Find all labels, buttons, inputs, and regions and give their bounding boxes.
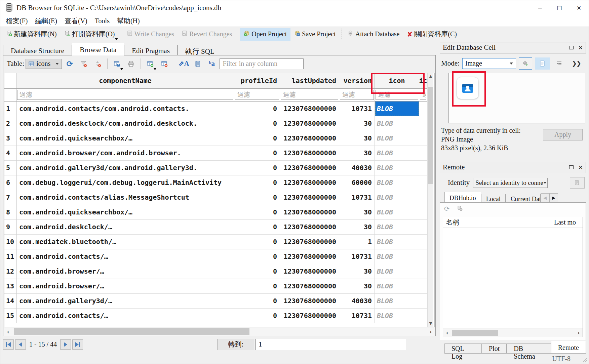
open-project-button[interactable]: Open Project: [240, 28, 290, 41]
text-mode-button[interactable]: [535, 57, 550, 70]
tab-execute-sql[interactable]: 執行 SQL: [178, 45, 222, 55]
clear-sort-button[interactable]: [91, 58, 104, 70]
remote-clone-icon[interactable]: [457, 205, 463, 212]
cell-next-partial[interactable]: [419, 146, 427, 161]
cell-componentName[interactable]: com.mediatek.bluetooth/…: [16, 235, 234, 249]
table-row[interactable]: 12 com.android.browser/… 0 1230768000000…: [4, 264, 427, 279]
scroll-right-icon[interactable]: ›: [575, 329, 583, 336]
scroll-down-icon[interactable]: ▼: [428, 321, 434, 327]
cell-next-partial[interactable]: [419, 220, 427, 235]
tab-sql-log[interactable]: SQL Log: [444, 343, 482, 354]
close-database-button[interactable]: ✘ 關閉資料庫(C): [403, 28, 460, 41]
col-header-version[interactable]: version: [339, 73, 375, 88]
tabs-scroll-left-button[interactable]: ◀: [541, 193, 549, 203]
cell-icon-blob[interactable]: BLOB: [375, 235, 419, 249]
cell-version[interactable]: 30: [339, 279, 375, 294]
filter-componentName[interactable]: 過濾: [17, 90, 233, 100]
tab-edit-pragmas[interactable]: Edit Pragmas: [124, 45, 178, 55]
horizontal-scrollbar[interactable]: ‹ ›: [4, 327, 435, 336]
cell-version[interactable]: 30: [339, 264, 375, 279]
cell-icon-blob[interactable]: BLOB: [375, 190, 419, 205]
float-panel-icon[interactable]: [569, 165, 574, 169]
cell-lastUpdated[interactable]: 1230768000000: [280, 146, 339, 161]
filter-version[interactable]: 過濾: [340, 90, 374, 100]
close-panel-icon[interactable]: ✕: [578, 44, 583, 51]
table-row[interactable]: 5 com.android.gallery3d/com.android.gall…: [4, 161, 427, 175]
cell-next-partial[interactable]: [419, 102, 427, 116]
cell-profileId[interactable]: 0: [234, 175, 280, 190]
cell-componentName[interactable]: com.android.deskclock/com.android.deskcl…: [16, 116, 234, 131]
float-panel-icon[interactable]: [569, 46, 574, 49]
filter-next[interactable]: 過濾: [420, 90, 426, 100]
cell-lastUpdated[interactable]: 1230768000000: [280, 249, 339, 264]
table-row[interactable]: 4 com.android.browser/com.android.browse…: [4, 146, 427, 161]
cell-profileId[interactable]: 0: [234, 309, 280, 323]
apply-button[interactable]: Apply: [543, 129, 583, 140]
identity-settings-button[interactable]: [570, 177, 585, 189]
cell-icon-blob[interactable]: BLOB: [375, 264, 419, 279]
open-database-button[interactable]: 打開資料庫(O): [61, 28, 119, 41]
cell-profileId[interactable]: 0: [234, 146, 280, 161]
clear-filters-button[interactable]: [77, 58, 90, 70]
cell-version[interactable]: 40030: [339, 161, 375, 175]
cell-next-partial[interactable]: [419, 175, 427, 190]
cell-componentName[interactable]: com.android.contacts/alias.MessageShortc…: [16, 190, 234, 205]
cell-componentName[interactable]: com.android.browser/…: [16, 279, 234, 294]
cell-profileId[interactable]: 0: [234, 102, 280, 116]
cell-next-partial[interactable]: [419, 116, 427, 131]
cell-lastUpdated[interactable]: 1230768000000: [280, 264, 339, 279]
minimize-button[interactable]: ─: [530, 1, 550, 15]
cell-icon-blob[interactable]: BLOB: [375, 220, 419, 235]
remote-scroll-thumb[interactable]: [452, 330, 498, 336]
filter-lastUpdated[interactable]: 過濾: [281, 90, 338, 100]
scroll-left-icon[interactable]: ‹: [443, 329, 451, 336]
tab-local[interactable]: Local: [481, 194, 506, 203]
cell-icon-blob[interactable]: BLOB: [375, 294, 419, 309]
identity-select[interactable]: Select an identity to conne: [473, 178, 548, 188]
word-wrap-button[interactable]: [552, 57, 566, 70]
cell-lastUpdated[interactable]: 1230768000000: [280, 102, 339, 116]
table-row[interactable]: 14 com.android.gallery3d/… 0 12307680000…: [4, 294, 427, 309]
cell-profileId[interactable]: 0: [234, 190, 280, 205]
cell-version[interactable]: 60000: [339, 175, 375, 190]
cell-icon-blob[interactable]: BLOB: [375, 146, 419, 161]
cell-lastUpdated[interactable]: 1230768000000: [280, 175, 339, 190]
menu-file[interactable]: 檔案(F): [2, 16, 31, 26]
cell-next-partial[interactable]: [419, 264, 427, 279]
table-row[interactable]: 9 com.android.deskclock/… 0 123076800000…: [4, 220, 427, 235]
cell-next-partial[interactable]: [419, 161, 427, 175]
cell-componentName[interactable]: com.android.contacts/…: [16, 249, 234, 264]
cell-next-partial[interactable]: [419, 294, 427, 309]
vertical-scrollbar[interactable]: ▲ ▼: [427, 73, 433, 327]
cell-profileId[interactable]: 0: [234, 116, 280, 131]
tab-db-schema[interactable]: DB Schema: [507, 343, 551, 354]
cell-next-partial[interactable]: [419, 205, 427, 220]
cell-profileId[interactable]: 0: [234, 279, 280, 294]
revert-changes-button[interactable]: Revert Changes: [178, 28, 236, 41]
cell-icon-blob[interactable]: BLOB: [375, 309, 419, 323]
cell-version[interactable]: 10731: [339, 190, 375, 205]
cell-lastUpdated[interactable]: 1230768000000: [280, 205, 339, 220]
cell-icon-blob[interactable]: BLOB: [375, 161, 419, 175]
cell-componentName[interactable]: com.android.browser/com.android.browser.: [16, 146, 234, 161]
cell-profileId[interactable]: 0: [234, 235, 280, 249]
cell-lastUpdated[interactable]: 1230768000000: [280, 116, 339, 131]
scroll-right-icon[interactable]: ›: [427, 328, 435, 335]
remote-col-name[interactable]: 名稱: [443, 218, 552, 227]
table-row[interactable]: 10 com.mediatek.bluetooth/… 0 1230768000…: [4, 235, 427, 249]
cell-icon-blob[interactable]: BLOB: [375, 279, 419, 294]
cell-version[interactable]: 30: [339, 131, 375, 146]
cell-profileId[interactable]: 0: [234, 131, 280, 146]
tab-browse-data[interactable]: Browse Data: [72, 43, 124, 55]
cell-profileId[interactable]: 0: [234, 294, 280, 309]
new-record-button[interactable]: [144, 58, 157, 70]
remote-horizontal-scrollbar[interactable]: ‹ ›: [443, 328, 583, 337]
dictionary-button[interactable]: [191, 58, 204, 70]
table-row[interactable]: 3 com.android.quicksearchbox/… 0 1230768…: [4, 131, 427, 146]
horizontal-scroll-thumb[interactable]: [14, 328, 249, 335]
cell-version[interactable]: 10731: [339, 249, 375, 264]
save-project-button[interactable]: Save Project: [290, 28, 340, 41]
cell-next-partial[interactable]: [419, 131, 427, 146]
attach-database-button[interactable]: Attach Database: [344, 28, 403, 41]
goto-record-input[interactable]: [256, 339, 406, 350]
